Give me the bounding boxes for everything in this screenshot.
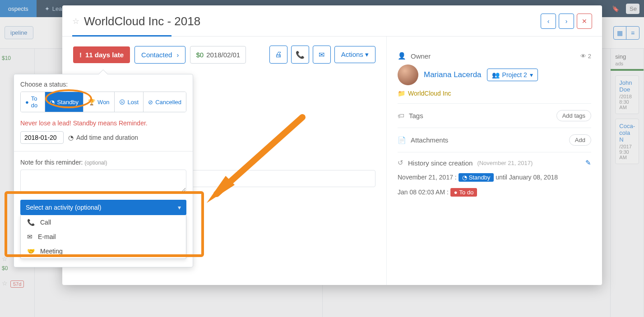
status-badge-standby: ◔Standby xyxy=(459,173,494,182)
list-view-button[interactable]: ≡ xyxy=(626,27,639,39)
status-popover: Choose a status: ●To do ◔Standby 🏆Won ☹L… xyxy=(14,74,193,267)
activity-option-call[interactable]: 📞Call xyxy=(21,215,186,230)
exclamation-icon: ! xyxy=(79,51,82,59)
attachments-label: Attachments xyxy=(411,136,448,144)
choose-status-label: Choose a status: xyxy=(20,81,186,88)
file-icon: 📄 xyxy=(398,136,406,144)
note-label: Note for this reminder: (optional) xyxy=(20,159,186,166)
envelope-icon: ✉ xyxy=(319,51,324,59)
folder-link[interactable]: 📁 WorldCloud Inc xyxy=(398,90,591,97)
star-icon: ☆ xyxy=(2,255,8,262)
status-won[interactable]: 🏆Won xyxy=(83,92,115,112)
kanban-card[interactable]: Coca-cola N /2017 9:30 AM xyxy=(615,119,639,164)
history-entry: November 21, 2017 : ◔Standby until Janua… xyxy=(398,173,591,182)
exclamation-icon: ● xyxy=(454,189,458,196)
column-subtitle: ads xyxy=(615,61,639,66)
card-title: Coca-cola N xyxy=(619,123,635,143)
tab-prospects[interactable]: ospects xyxy=(0,0,37,17)
user-icon: 👤 xyxy=(398,52,406,60)
envelope-icon: ✉ xyxy=(27,233,32,240)
owner-link[interactable]: Mariana Lacerda xyxy=(424,70,482,79)
reminder-date-input[interactable] xyxy=(20,131,64,144)
views-count: 👁2 xyxy=(580,53,591,60)
caret-down-icon: ▾ xyxy=(365,51,369,58)
actions-dropdown[interactable]: Actions ▾ xyxy=(334,46,375,63)
card-price: $0 xyxy=(2,265,8,271)
clock-icon: ◔ xyxy=(50,99,55,106)
users-icon: 👥 xyxy=(492,71,500,78)
history-icon: ↺ xyxy=(398,159,403,167)
add-attachment-button[interactable]: Add xyxy=(569,134,591,146)
handshake-icon: 🤝 xyxy=(27,248,35,255)
call-button[interactable]: 📞 xyxy=(291,46,309,64)
history-label: History since creation xyxy=(408,159,473,167)
edit-history-button[interactable]: ✎ xyxy=(585,159,591,167)
status-badge-todo: ●To do xyxy=(450,188,477,197)
kanban-card[interactable]: John Doe /2018 8:30 AM xyxy=(615,75,639,114)
sad-icon: ☹ xyxy=(119,99,125,106)
price-chip[interactable]: $02018/02/01 xyxy=(190,46,246,64)
pipeline-filter[interactable]: ipeline xyxy=(5,26,33,39)
standby-hint: Never lose a lead! Standby means Reminde… xyxy=(20,119,186,127)
bookmark-icon[interactable]: 🔖 xyxy=(610,3,621,14)
tags-label: Tags xyxy=(409,112,423,119)
phone-icon: 📞 xyxy=(296,51,305,59)
caret-down-icon: ▾ xyxy=(530,71,533,78)
star-icon: ✦ xyxy=(45,5,50,12)
owner-label: Owner xyxy=(411,52,431,60)
activity-dropdown-list: 📞Call ✉E-mail 🤝Meeting xyxy=(20,215,186,259)
printer-icon: 🖨 xyxy=(275,51,282,59)
phone-icon: 📞 xyxy=(27,219,35,226)
exclamation-icon: ● xyxy=(25,99,29,106)
card-meta: /2018 8:30 AM xyxy=(619,94,635,110)
status-lost[interactable]: ☹Lost xyxy=(115,92,144,112)
star-icon: ☆ xyxy=(2,280,8,287)
modal-header: ☆ WorldCloud Inc - 2018 ‹ › ✕ xyxy=(62,5,602,37)
activity-option-email[interactable]: ✉E-mail xyxy=(21,230,186,244)
search-input[interactable]: Se xyxy=(626,4,639,14)
next-button[interactable]: › xyxy=(559,14,574,29)
view-toggle: ▦ ≡ xyxy=(613,26,639,40)
star-icon[interactable]: ☆ xyxy=(72,16,79,26)
history-start-date: (November 21, 2017) xyxy=(477,160,533,166)
add-time-button[interactable]: ◔ Add time and duration xyxy=(68,134,138,141)
days-late-chip: 57d xyxy=(10,280,24,288)
status-todo[interactable]: ●To do xyxy=(21,92,45,112)
clock-icon: ◔ xyxy=(462,174,467,181)
step-contacted-button[interactable]: Contacted › xyxy=(134,46,185,64)
col-amount: $10 xyxy=(2,55,30,61)
eye-icon: 👁 xyxy=(580,53,586,60)
history-entry: Jan 08 02:03 AM : ●To do xyxy=(398,188,591,197)
clock-icon: ◔ xyxy=(68,134,74,141)
activity-option-meeting[interactable]: 🤝Meeting xyxy=(21,244,186,258)
activity-select[interactable]: Select an activity (optional) ▾ xyxy=(20,200,186,215)
late-badge[interactable]: ! 11 days late xyxy=(73,46,130,63)
close-button[interactable]: ✕ xyxy=(577,14,592,29)
add-tags-button[interactable]: Add tags xyxy=(556,110,591,121)
prev-button[interactable]: ‹ xyxy=(541,14,556,29)
column-title: sing xyxy=(615,53,639,60)
avatar xyxy=(398,64,418,85)
card-meta: /2017 9:30 AM xyxy=(619,144,635,160)
caret-down-icon: ▾ xyxy=(178,204,181,211)
email-button[interactable]: ✉ xyxy=(313,46,331,64)
print-button[interactable]: 🖨 xyxy=(269,46,287,64)
status-cancelled[interactable]: ⊘Cancelled xyxy=(144,92,186,112)
note-textarea[interactable] xyxy=(20,170,186,192)
cancel-icon: ⊘ xyxy=(148,99,153,106)
trophy-icon: 🏆 xyxy=(88,99,95,106)
chevron-right-icon: › xyxy=(176,51,179,59)
lead-title: WorldCloud Inc - 2018 xyxy=(84,14,200,28)
folder-icon: 📁 xyxy=(398,90,405,97)
card-title: John Doe xyxy=(619,79,635,93)
status-pills: ●To do ◔Standby 🏆Won ☹Lost ⊘Cancelled xyxy=(20,92,186,112)
project-chip[interactable]: 👥 Project 2 ▾ xyxy=(487,69,538,81)
grid-view-button[interactable]: ▦ xyxy=(614,27,626,39)
tag-icon: 🏷 xyxy=(398,112,404,119)
status-standby[interactable]: ◔Standby xyxy=(45,92,83,112)
modal-right-panel: 👤 Owner 👁2 Mariana Lacerda 👥 Project 2 ▾ xyxy=(386,37,602,285)
